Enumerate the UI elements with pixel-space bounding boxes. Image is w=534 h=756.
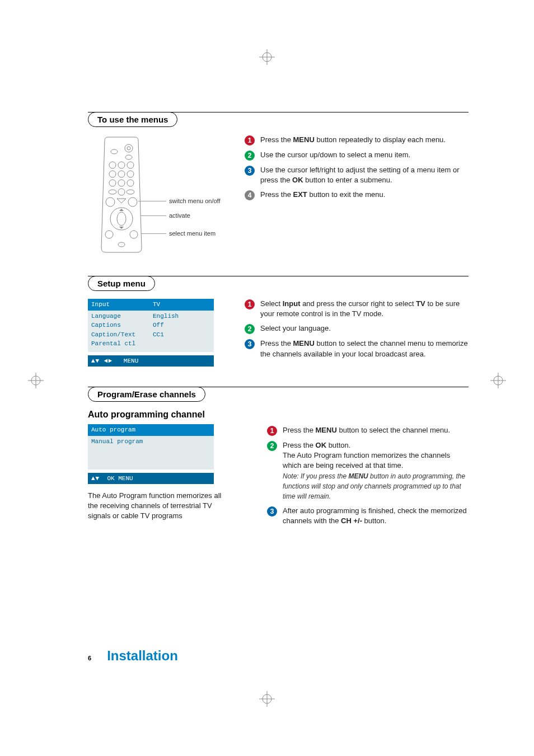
- page-footer: 6 Installation: [88, 648, 178, 664]
- step-text: After auto programming is finished, chec…: [283, 506, 469, 526]
- svg-point-14: [127, 147, 130, 150]
- remote-label-activate: activate: [169, 212, 190, 219]
- svg-point-33: [130, 231, 138, 238]
- svg-point-12: [111, 149, 118, 154]
- step-text: Press the OK button. The Auto Program fu…: [283, 440, 469, 501]
- tv-menu-program: Auto program Manual program ▲▼ OK MENU: [88, 424, 214, 484]
- step-text: Press the MENU button to select the chan…: [260, 339, 469, 359]
- svg-point-25: [109, 190, 116, 194]
- svg-point-24: [127, 180, 134, 186]
- section-setup-menu: Setup menu Input TV LanguageEnglish Capt…: [88, 276, 469, 367]
- menu-row-label: Parental ctl: [91, 339, 153, 349]
- svg-point-27: [127, 190, 134, 194]
- subsection-title: Auto programming channel: [88, 410, 469, 420]
- step-badge-3: 3: [267, 506, 277, 516]
- menu-header-right: TV: [153, 300, 160, 309]
- menu-row-value: Off: [153, 321, 164, 330]
- step-badge-2: 2: [267, 441, 277, 451]
- remote-diagram: switch menu on/off activate select menu …: [88, 128, 245, 256]
- step-text: Use the cursor up/down to select a menu …: [260, 150, 410, 160]
- menu-row-label: Caption/Text: [91, 330, 153, 340]
- menu-row-value: CC1: [153, 330, 164, 340]
- svg-point-32: [105, 231, 113, 238]
- section-title: Setup menu: [88, 276, 155, 291]
- registration-mark-left: [28, 373, 44, 388]
- menu-header-left: Auto program: [91, 425, 153, 435]
- steps-setup-menu: 1 Select Input and press the cursor righ…: [245, 292, 469, 364]
- svg-point-18: [127, 162, 134, 168]
- section-program-erase: Program/Erase channels Auto programming …: [88, 387, 469, 531]
- menu-footer-text: OK MENU: [107, 475, 133, 482]
- svg-point-17: [118, 162, 125, 168]
- menu-row-label: Manual program: [91, 437, 153, 447]
- step-text: Select your language.: [260, 323, 331, 334]
- svg-point-22: [109, 180, 116, 186]
- step-badge-1: 1: [245, 135, 255, 145]
- section-title: To use the menus: [88, 112, 177, 127]
- menu-footer-text: MENU: [124, 358, 138, 364]
- step-text: Press the MENU button to select the chan…: [283, 425, 450, 435]
- menu-row-label: Language: [91, 312, 153, 321]
- registration-mark-top: [259, 49, 275, 65]
- menu-row-value: English: [153, 312, 179, 321]
- step-text: Press the MENU button repeatedly to disp…: [260, 135, 446, 145]
- registration-mark-right: [490, 373, 506, 388]
- step-badge-1: 1: [245, 299, 255, 309]
- step-badge-3: 3: [245, 166, 255, 176]
- step-badge-2: 2: [245, 151, 255, 161]
- svg-point-21: [127, 171, 134, 177]
- step-text: Press the EXT button to exit the menu.: [260, 190, 385, 200]
- svg-point-29: [128, 198, 137, 206]
- svg-point-13: [125, 144, 133, 152]
- svg-point-28: [106, 198, 115, 206]
- step-badge-2: 2: [245, 324, 255, 334]
- svg-point-19: [109, 171, 116, 177]
- remote-label-select: select menu item: [169, 230, 216, 237]
- steps-program-erase: 1 Press the MENU button to select the ch…: [245, 422, 469, 531]
- menu-footer-arrows: ▲▼: [91, 475, 100, 482]
- section-to-use-menus: To use the menus: [88, 112, 469, 256]
- svg-point-31: [117, 212, 126, 226]
- svg-point-16: [109, 162, 116, 168]
- svg-point-34: [118, 242, 125, 247]
- menu-footer-arrows: ▲▼ ◄►: [91, 358, 113, 364]
- step-badge-1: 1: [267, 426, 277, 436]
- step-text: Select Input and press the cursor right …: [260, 299, 469, 319]
- registration-mark-bottom: [259, 691, 275, 707]
- svg-point-26: [118, 189, 125, 195]
- menu-row-label: Captions: [91, 321, 153, 330]
- tv-menu-setup: Input TV LanguageEnglish CaptionsOff Cap…: [88, 299, 214, 367]
- footer-title: Installation: [107, 648, 178, 664]
- step-text: Use the cursor left/right to adjust the …: [260, 165, 469, 185]
- section-title: Program/Erase channels: [88, 387, 205, 402]
- page-number: 6: [88, 655, 91, 661]
- step-badge-3: 3: [245, 339, 255, 349]
- svg-point-15: [125, 155, 132, 159]
- menu-header-left: Input: [91, 300, 153, 309]
- step-badge-4: 4: [245, 190, 255, 200]
- svg-point-23: [118, 180, 125, 186]
- remote-label-switch: switch menu on/off: [169, 198, 221, 204]
- svg-point-20: [118, 171, 125, 177]
- body-paragraph: The Auto Program function memorizes all …: [88, 491, 225, 522]
- steps-to-use-menus: 1 Press the MENU button repeatedly to di…: [245, 128, 469, 205]
